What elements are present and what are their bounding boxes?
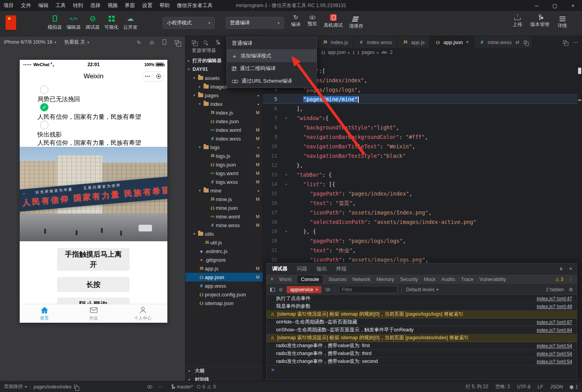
devtools-tab-security[interactable]: Security <box>400 277 418 282</box>
code-line-13[interactable]: 13▾"tabBar": { <box>263 170 577 179</box>
tree-item-mine.js[interactable]: JSmine.jsM <box>185 195 263 203</box>
code-line-6[interactable]: 6], <box>263 104 577 113</box>
tree-item-mine.wxss[interactable]: #mine.wxssM <box>185 221 263 229</box>
git-branch-icon[interactable] <box>215 40 219 45</box>
breadcrumb-file[interactable]: app.json <box>328 50 345 55</box>
editor-scrollbar[interactable] <box>577 57 582 381</box>
maximize-icon[interactable]: ▢ <box>546 0 564 11</box>
watch-icon[interactable] <box>147 385 152 388</box>
console-source-link[interactable]: index.js? [sm]:84 <box>537 327 572 333</box>
devtools-tab-sources[interactable]: Sources <box>328 277 347 282</box>
tree-item-index[interactable]: ▾index● <box>185 100 263 108</box>
split-editor-icon[interactable] <box>563 41 567 44</box>
console-source-link[interactable]: index.js? [sm]:54 <box>537 343 572 349</box>
devtools-tab-memory[interactable]: Memory <box>376 277 394 282</box>
fold-icon[interactable]: ▾ <box>283 113 290 123</box>
radio-unchecked[interactable] <box>40 121 48 129</box>
console-settings-icon[interactable]: ⚙ <box>569 287 573 292</box>
tree-item-sitemap.json[interactable]: {}sitemap.json <box>185 299 263 307</box>
menu-tools[interactable]: 工具 <box>52 0 69 11</box>
code-line-16[interactable]: 16"text": "首页", <box>263 198 577 208</box>
compile-mode-select[interactable]: 普通编译 ▾ <box>226 17 284 29</box>
tree-item-logs.wxml[interactable]: <>logs.wxmlM <box>185 169 263 178</box>
menu-item-qr-compile[interactable]: 通过二维码编译 <box>227 62 317 75</box>
menu-devtools[interactable]: 微信开发者工具 <box>173 0 216 11</box>
tree-item-.gitignore[interactable]: ◆.gitignore <box>185 255 263 264</box>
tree-item-mine.json[interactable]: {}mine.json <box>185 203 263 212</box>
console-row[interactable]: onShow--生命周期函数--监听页面显示，触发事件早于onReadyinde… <box>267 326 577 334</box>
breadcrumb-index[interactable]: 2 <box>390 50 393 55</box>
simulator-toggle-button[interactable]: 模拟器 <box>46 14 64 31</box>
menu-ui[interactable]: 界面 <box>121 0 139 11</box>
tree-item-app.wxss[interactable]: #app.wxss <box>185 281 263 290</box>
code-line-14[interactable]: 14▾"list": [{ <box>263 179 577 189</box>
console-source-link[interactable]: index.js? [sm]:49 <box>537 304 572 309</box>
eol[interactable]: LF <box>538 384 543 390</box>
cloud-dev-button[interactable]: ☁ 云开发 <box>121 14 139 31</box>
code-line-21[interactable]: 21"text": "作业", <box>263 246 577 255</box>
longpress-button[interactable]: 长按 <box>57 277 130 292</box>
tab-mine-wxss[interactable]: # mine.wxss ⇄ <box>474 36 533 48</box>
radio-checked[interactable]: ✓ <box>40 103 48 111</box>
close-tab-icon[interactable]: × <box>466 39 469 45</box>
tab-profile[interactable]: 个人中心 <box>118 304 167 323</box>
tree-item-index.js[interactable]: JSindex.jsM <box>185 108 263 117</box>
tree-item-logs[interactable]: ▾logs● <box>185 143 263 152</box>
inspect-element-icon[interactable]: ⌖ <box>271 276 273 282</box>
visualize-toggle-button[interactable]: 可视化 <box>102 14 120 31</box>
hot-reload-select[interactable]: 热重载 关 ▾ <box>64 39 89 46</box>
scrollbar-thumb[interactable] <box>578 68 581 74</box>
avatar[interactable]: ★ <box>6 15 16 30</box>
tree-item-index.wxss[interactable]: #index.wxssM <box>185 134 263 143</box>
clear-console-icon[interactable]: ⊘ <box>279 287 283 292</box>
capsule-button[interactable]: ••• <box>142 71 164 81</box>
code-line-10[interactable]: 10"navigationBarTitleText": "Weixin", <box>263 142 577 151</box>
close-panel-icon[interactable]: × <box>569 266 572 272</box>
menu-project[interactable]: 项目 <box>0 0 17 11</box>
fold-icon[interactable]: ▾ <box>283 170 290 179</box>
language-mode[interactable]: JSON <box>550 384 563 390</box>
indentation[interactable]: 空格: 2 <box>495 383 510 390</box>
tab-index-js[interactable]: JS index.js <box>317 36 353 48</box>
console-sidebar-icon[interactable] <box>270 288 275 292</box>
preview-button[interactable]: 预览 <box>304 14 320 27</box>
devtools-tab-mock[interactable]: Mock <box>424 277 436 282</box>
code-line-17[interactable]: 17"iconPath": "assets/images/Index.png", <box>263 208 577 217</box>
console-row[interactable]: radio发生change事件，携带value值为: firstindex.js… <box>267 342 577 350</box>
debugger-toggle-button[interactable]: 调试器 <box>83 14 102 31</box>
code-line-12[interactable]: 12}, <box>263 161 577 170</box>
tree-item-project.config.json[interactable]: {}project.config.json <box>185 290 263 299</box>
editor-toggle-button[interactable]: </> 编辑器 <box>65 14 83 31</box>
code-line-19[interactable]: 19▾}, { <box>263 227 577 236</box>
code-line-15[interactable]: 15"pagePath": "pages/index/index", <box>263 189 577 198</box>
menu-file[interactable]: 文件 <box>17 0 35 11</box>
page-path-select[interactable]: 页面路径 ▾ <box>4 383 27 390</box>
multi-window-icon[interactable] <box>175 40 179 44</box>
tree-item-logs.js[interactable]: JSlogs.jsM <box>185 152 263 160</box>
rotate-icon[interactable]: ↻ <box>137 39 141 45</box>
tree-item-mine[interactable]: ▾mine● <box>185 186 263 195</box>
cursor-position[interactable]: 行 5, 列 22 <box>466 383 488 390</box>
tree-item-.eslintrc.js[interactable]: ●.eslintrc.js <box>185 247 263 255</box>
device-select[interactable]: iPhone 6/7/8 100% 16 ▾ <box>4 39 56 45</box>
code-line-8[interactable]: 8"backgroundTextStyle":"light", <box>263 123 577 132</box>
tab-index-wxss[interactable]: # index.wxss <box>353 36 397 48</box>
console-row[interactable]: 我是事件的参数index.js? [sm]:49 <box>267 303 577 311</box>
outline-section[interactable]: ▸ 大纲 <box>185 366 263 375</box>
console-row[interactable]: 执行了点击事件index.js? [sm]:47 <box>267 295 577 303</box>
copy-path-icon[interactable] <box>74 385 77 388</box>
devtools-tab-trace[interactable]: Trace <box>461 277 474 282</box>
remote-debug-button[interactable]: 真机调试 <box>322 14 344 29</box>
tree-item-logs.wxss[interactable]: #logs.wxssM <box>185 178 263 186</box>
problems-status[interactable]: 0 ⚠ 0 <box>197 384 216 390</box>
clear-cache-button[interactable]: 清缓存 <box>347 14 365 30</box>
menu-video[interactable]: 视频 <box>104 0 121 11</box>
code-line-7[interactable]: 7▾"window":{ <box>263 113 577 123</box>
tab-app-json[interactable]: {} app.json × <box>430 36 474 48</box>
console-row[interactable]: radio发生change事件，携带value值为: secondindex.j… <box>267 358 577 366</box>
console-source-link[interactable]: index.js? [sm]:54 <box>537 359 572 364</box>
menu-goto[interactable]: 转到 <box>69 0 87 11</box>
devtools-tab-vulnerability[interactable]: Vulnerability <box>479 277 506 282</box>
git-branch-status[interactable]: master* <box>171 384 193 390</box>
notifications[interactable]: 1 <box>570 384 578 390</box>
